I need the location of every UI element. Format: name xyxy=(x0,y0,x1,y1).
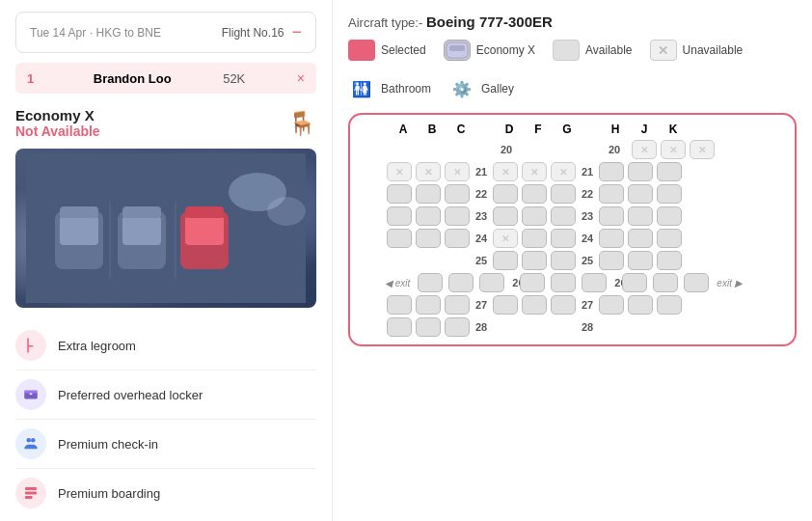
col-c: C xyxy=(447,123,475,136)
seat-24j[interactable] xyxy=(628,229,653,248)
legroom-icon xyxy=(15,330,46,361)
seat-map: A B C D F G H J K xyxy=(348,113,797,346)
passenger-seat: 52K xyxy=(223,71,245,86)
svg-rect-21 xyxy=(25,496,33,499)
seat-23k[interactable] xyxy=(657,206,682,226)
seat-21f[interactable]: ✕ xyxy=(522,162,547,181)
seat-illustration xyxy=(26,153,306,303)
seat-22g[interactable] xyxy=(551,184,576,204)
seat-23g[interactable] xyxy=(551,206,576,226)
seat-27c[interactable] xyxy=(445,295,470,315)
seat-25d[interactable] xyxy=(493,251,518,270)
seat-23f[interactable] xyxy=(522,206,547,226)
seat-21g[interactable]: ✕ xyxy=(551,162,576,181)
seat-20j[interactable]: ✕ xyxy=(661,140,686,159)
table-row: 23 23 xyxy=(360,206,785,226)
col-d: D xyxy=(495,123,524,136)
seat-26b[interactable] xyxy=(448,273,474,292)
col-b: B xyxy=(418,123,447,136)
seat-21h[interactable] xyxy=(599,162,624,181)
economy-header: Economy X Not Available 🪑 xyxy=(15,107,316,139)
seat-22d[interactable] xyxy=(493,184,518,204)
seat-25h[interactable] xyxy=(599,251,624,270)
seat-28b[interactable] xyxy=(416,317,441,337)
seat-28a[interactable] xyxy=(387,317,412,337)
seat-26g[interactable] xyxy=(582,273,607,292)
seat-25f[interactable] xyxy=(522,251,547,270)
seat-grid: 20 20 ✕ ✕ ✕ ✕ ✕ ✕ 21 ✕ ✕ xyxy=(360,140,785,337)
svg-rect-10 xyxy=(122,206,161,218)
seat-23b[interactable] xyxy=(416,206,441,226)
seat-22a[interactable] xyxy=(387,184,412,204)
seat-22b[interactable] xyxy=(416,184,441,204)
svg-rect-20 xyxy=(25,492,37,495)
seat-24a[interactable] xyxy=(387,229,412,248)
seat-24b[interactable] xyxy=(416,229,441,248)
seat-21b[interactable]: ✕ xyxy=(416,162,441,181)
seat-27j[interactable] xyxy=(628,295,653,315)
seat-24d[interactable]: ✕ xyxy=(493,229,518,248)
seat-21d[interactable]: ✕ xyxy=(493,162,518,181)
seat-23c[interactable] xyxy=(445,206,470,226)
seat-20h[interactable]: ✕ xyxy=(632,140,657,159)
seat-25k[interactable] xyxy=(657,251,682,270)
seat-27b[interactable] xyxy=(416,295,441,315)
seat-23a[interactable] xyxy=(387,206,412,226)
seat-27f[interactable] xyxy=(522,295,547,315)
seat-26h[interactable] xyxy=(622,273,647,292)
seat-28c[interactable] xyxy=(445,317,470,337)
seat-22c[interactable] xyxy=(445,184,470,204)
svg-rect-8 xyxy=(185,216,224,245)
svg-rect-16 xyxy=(30,394,33,396)
seat-24f[interactable] xyxy=(522,229,547,248)
table-row: ✕ ✕ ✕ 21 ✕ ✕ ✕ 21 xyxy=(360,162,785,181)
seat-26k[interactable] xyxy=(684,273,709,292)
seat-image-inner xyxy=(15,149,316,308)
bathroom-icon: 🚻 xyxy=(348,78,375,99)
seat-21a[interactable]: ✕ xyxy=(387,162,412,181)
seat-24h[interactable] xyxy=(599,229,624,248)
seat-26c[interactable] xyxy=(479,273,504,292)
seat-24c[interactable] xyxy=(445,229,470,248)
premium-boarding-label: Premium boarding xyxy=(58,486,160,501)
seat-24g[interactable] xyxy=(551,229,576,248)
table-row: 24 ✕ 24 xyxy=(360,229,785,248)
seat-22h[interactable] xyxy=(599,184,624,204)
seat-22j[interactable] xyxy=(628,184,653,204)
svg-rect-11 xyxy=(185,206,224,218)
seat-24k[interactable] xyxy=(657,229,682,248)
legend-bathroom: 🚻 Bathroom xyxy=(348,78,431,99)
seat-22k[interactable] xyxy=(657,184,682,204)
seat-26f[interactable] xyxy=(551,273,576,292)
column-headers: A B C D F G H J K xyxy=(360,123,785,136)
flight-minus-button[interactable]: − xyxy=(291,22,302,42)
seat-22f[interactable] xyxy=(522,184,547,204)
seat-20k[interactable]: ✕ xyxy=(690,140,715,159)
overhead-locker-label: Preferred overhead locker xyxy=(58,388,203,402)
seat-26d[interactable] xyxy=(520,273,545,292)
passenger-remove-button[interactable]: × xyxy=(297,70,305,86)
right-panel: Aircraft type:- Boeing 777-300ER Selecte… xyxy=(333,0,812,521)
flight-header: Tue 14 Apr · HKG to BNE Flight No.16 − xyxy=(15,12,316,53)
seat-23d[interactable] xyxy=(493,206,518,226)
seat-21j[interactable] xyxy=(628,162,653,181)
seat-23j[interactable] xyxy=(628,206,653,226)
seat-27h[interactable] xyxy=(599,295,624,315)
seat-21c[interactable]: ✕ xyxy=(445,162,470,181)
seat-25g[interactable] xyxy=(551,251,576,270)
selected-swatch xyxy=(348,40,375,61)
legend-unavailable: ✕ Unavailable xyxy=(650,40,744,61)
seat-27a[interactable] xyxy=(387,295,412,315)
economy-title: Economy X Not Available xyxy=(15,107,100,139)
seat-27g[interactable] xyxy=(551,295,576,315)
seat-25j[interactable] xyxy=(628,251,653,270)
svg-point-2 xyxy=(267,197,306,226)
seat-26a[interactable] xyxy=(418,273,443,292)
extra-legroom-label: Extra legroom xyxy=(58,339,136,353)
col-k: K xyxy=(659,123,688,136)
seat-27k[interactable] xyxy=(657,295,682,315)
seat-27d[interactable] xyxy=(493,295,518,315)
seat-23h[interactable] xyxy=(599,206,624,226)
seat-21k[interactable] xyxy=(657,162,682,181)
seat-26j[interactable] xyxy=(653,273,678,292)
